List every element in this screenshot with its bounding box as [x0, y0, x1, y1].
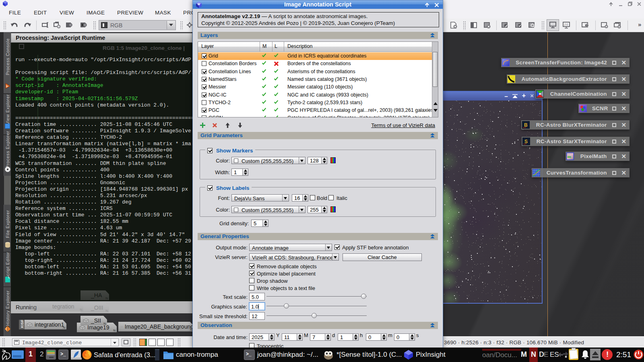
- svg-text:S: S: [524, 139, 528, 144]
- svg-text:∞: ∞: [568, 154, 571, 160]
- svg-text:24: 24: [564, 23, 568, 27]
- svg-text:B: B: [524, 122, 528, 128]
